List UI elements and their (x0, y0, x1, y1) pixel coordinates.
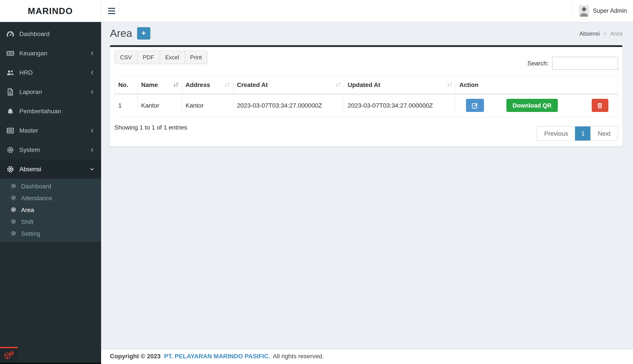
download-qr-button[interactable]: Download QR (506, 99, 558, 112)
export-print-button[interactable]: Print (184, 50, 207, 64)
absensi-submenu: Dashboard Attendance Area Shift Setting (0, 179, 101, 242)
sidebar-item-system[interactable]: System (0, 140, 101, 160)
pagination: Previous 1 Next (537, 126, 618, 141)
submenu-item-shift[interactable]: Shift (0, 216, 101, 228)
sort-both-icon (224, 82, 230, 88)
laravel-debugbar-toggle[interactable] (0, 347, 18, 363)
sort-both-icon (447, 82, 453, 88)
sidebar-item-label: Keuangan (19, 50, 48, 57)
submenu-item-label: Setting (21, 230, 40, 237)
sidebar-item-label: Pemberitahuan (19, 108, 61, 114)
chevron-down-icon (90, 167, 95, 172)
breadcrumb-parent[interactable]: Absensi (579, 30, 600, 37)
breadcrumb-current: Area (610, 30, 622, 37)
area-table: No. Name Address Created At (114, 76, 618, 117)
sidebar-item-laporan[interactable]: Laporan (0, 82, 101, 102)
breadcrumb: Absensi > Area (579, 30, 622, 37)
chevron-left-icon (90, 70, 95, 75)
entries-info: Showing 1 to 1 of 1 entries (114, 124, 187, 131)
chevron-left-icon (90, 128, 95, 133)
cell-updated-at: 2023-03-07T03:34:27.000000Z (344, 94, 456, 117)
pagination-next[interactable]: Next (590, 126, 618, 140)
table-toolbar: CSV PDF Excel Print Search: (114, 50, 618, 70)
laravel-icon (3, 350, 15, 361)
sidebar-item-dashboard[interactable]: Dashboard (0, 24, 101, 44)
page-title: Area (110, 27, 132, 40)
sidebar-item-label: System (19, 146, 40, 153)
table-row: 1 Kantor Kantor 2023-03-07T03:34:27.0000… (115, 94, 618, 117)
sidebar-item-hrd[interactable]: HRD (0, 63, 101, 82)
user-menu[interactable]: Super Admin (572, 0, 633, 22)
column-header-name[interactable]: Name (137, 76, 182, 94)
sidebar-item-absensi[interactable]: Absensi (0, 160, 101, 179)
submenu-item-label: Area (21, 206, 34, 213)
gear-icon (11, 219, 18, 224)
export-csv-button[interactable]: CSV (114, 50, 137, 64)
export-excel-button[interactable]: Excel (159, 50, 185, 64)
sidebar-item-label: Master (19, 127, 38, 134)
app-root: MARINDO Dashboard Keuangan HRD Laporan (0, 0, 633, 364)
sidebar-item-pemberitahuan[interactable]: Pemberitahuan (0, 102, 101, 121)
brand-logo[interactable]: MARINDO (0, 0, 101, 22)
submenu-item-label: Dashboard (21, 182, 51, 190)
page-footer: Copyright © 2023 PT. PELAYARAN MARINDO P… (101, 349, 633, 364)
footer-company-link[interactable]: PT. PELAYARAN MARINDO PASIFIC. (164, 352, 270, 360)
edit-button[interactable] (466, 99, 484, 112)
sidebar-item-master[interactable]: Master (0, 121, 101, 140)
sidebar: MARINDO Dashboard Keuangan HRD Laporan (0, 0, 101, 364)
column-header-no: No. (115, 76, 137, 94)
table-icon (7, 127, 15, 134)
column-header-address[interactable]: Address (182, 76, 233, 94)
submenu-item-dashboard[interactable]: Dashboard (0, 180, 101, 192)
gear-icon (11, 207, 18, 212)
user-avatar (579, 5, 589, 16)
column-header-updated-at[interactable]: Updated At (344, 76, 456, 94)
debugbar-bottom-strip (0, 363, 101, 364)
user-name: Super Admin (593, 8, 627, 14)
submenu-item-setting[interactable]: Setting (0, 228, 101, 239)
footer-rights: All rights reserved. (273, 352, 324, 360)
submenu-item-area[interactable]: Area (0, 204, 101, 216)
chevron-left-icon (90, 89, 95, 94)
chevron-left-icon (90, 147, 95, 152)
plus-icon: + (141, 29, 146, 38)
sidebar-item-label: Absensi (19, 166, 41, 172)
bell-icon (7, 107, 15, 115)
gauge-icon (7, 30, 15, 38)
table-header-row: No. Name Address Created At (115, 76, 618, 94)
search-input[interactable] (552, 57, 618, 70)
gear-icon (11, 195, 18, 201)
sidebar-item-label: Laporan (19, 88, 42, 95)
gear-icon (7, 146, 15, 154)
cell-created-at: 2023-03-07T03:34:27.000000Z (233, 94, 344, 117)
users-icon (7, 69, 15, 76)
content-header: Area + Absensi > Area (110, 27, 622, 40)
cell-name: Kantor (137, 94, 182, 117)
search-label: Search: (528, 60, 549, 67)
file-icon (7, 88, 15, 96)
trash-icon (596, 102, 603, 109)
column-header-created-at[interactable]: Created At (233, 76, 344, 94)
sidebar-item-label: Dashboard (19, 30, 50, 37)
pagination-page-1[interactable]: 1 (575, 126, 591, 140)
cell-no: 1 (115, 94, 137, 117)
chevron-left-icon (90, 51, 95, 56)
pagination-previous[interactable]: Previous (537, 126, 575, 140)
sidebar-item-label: HRD (19, 69, 33, 76)
footer-copyright: Copyright © 2023 (110, 352, 161, 360)
content-area: Area + Absensi > Area CSV PDF Excel (101, 22, 633, 349)
money-icon (7, 50, 15, 57)
area-table-card: CSV PDF Excel Print Search: (110, 45, 622, 146)
sidebar-item-keuangan[interactable]: Keuangan (0, 44, 101, 63)
submenu-item-attendance[interactable]: Attendance (0, 192, 101, 204)
sort-desc-icon (173, 82, 179, 88)
add-area-button[interactable]: + (137, 27, 150, 40)
export-pdf-button[interactable]: PDF (137, 50, 160, 64)
edit-pencil-icon (472, 102, 478, 109)
gear-icon (11, 183, 18, 189)
sort-both-icon (335, 82, 341, 88)
sidebar-toggle-icon[interactable] (105, 0, 119, 22)
sidebar-menu: Dashboard Keuangan HRD Laporan Pemberita… (0, 22, 101, 242)
delete-button[interactable] (591, 99, 608, 112)
gear-icon (11, 230, 18, 236)
